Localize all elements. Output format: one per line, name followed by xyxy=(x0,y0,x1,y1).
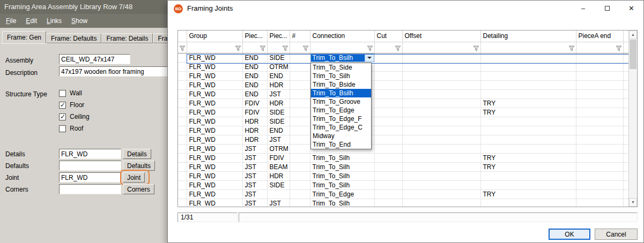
filter-icon[interactable] xyxy=(260,45,266,51)
menu-item-links[interactable]: Links xyxy=(42,14,66,28)
column-header[interactable]: Piec... xyxy=(267,31,290,42)
row-selector[interactable] xyxy=(178,162,187,171)
cell[interactable]: HDR xyxy=(267,98,290,108)
cell[interactable]: JST xyxy=(242,144,267,153)
cell[interactable] xyxy=(480,126,576,135)
cell[interactable]: FLR_WD xyxy=(187,199,242,207)
cell[interactable]: FLR_WD xyxy=(187,153,242,162)
table-row[interactable]: FLR_WDJSTFDIVTrim_To_SilhTRY xyxy=(178,153,630,162)
filter-icon[interactable] xyxy=(302,45,309,51)
row-selector[interactable] xyxy=(178,71,187,80)
cell[interactable]: END xyxy=(242,80,267,89)
filter-icon[interactable] xyxy=(179,45,186,51)
cell[interactable] xyxy=(290,189,310,199)
table-row[interactable]: FLR_WDJSTHDRTrim_To_Silh xyxy=(178,171,630,180)
cell[interactable]: HDR xyxy=(242,135,267,144)
scrollbar-thumb[interactable] xyxy=(630,40,636,69)
cell[interactable]: JST xyxy=(242,199,267,207)
cell[interactable] xyxy=(480,135,576,144)
filter-icon[interactable] xyxy=(235,45,241,51)
checkbox-row-wall[interactable]: Wall xyxy=(59,87,90,99)
row-selector[interactable] xyxy=(178,171,187,180)
tab-frame-defaults[interactable]: Frame: Defaults xyxy=(46,33,101,43)
table-row[interactable]: FLR_WDENDSIDE Trim_To_Bsilh xyxy=(178,53,630,62)
dropdown-item[interactable]: Trim_To_Groove xyxy=(311,97,371,106)
cell[interactable]: END xyxy=(267,71,290,80)
cell[interactable]: Trim_To_Silh xyxy=(310,171,374,180)
table-row[interactable]: FLR_WDENDHDR xyxy=(178,80,630,89)
row-selector[interactable] xyxy=(178,62,187,71)
table-row[interactable]: FLR_WDJSTBEAMTrim_To_SilhTRY xyxy=(178,162,630,171)
cell[interactable]: JST xyxy=(242,189,267,199)
checkbox-row-floor[interactable]: Floor xyxy=(59,99,90,111)
dropdown-item[interactable]: Trim_To_End xyxy=(311,140,371,149)
wall-checkbox[interactable] xyxy=(59,90,66,97)
tab-frame-gen[interactable]: Frame: Gen xyxy=(2,31,46,43)
cell[interactable]: FDIV xyxy=(242,108,267,117)
cell[interactable]: SIDE xyxy=(267,180,290,189)
cell[interactable] xyxy=(576,162,623,171)
cell[interactable]: FLR_WD xyxy=(187,80,242,89)
cell[interactable]: Trim_To_Silh xyxy=(310,153,374,162)
cancel-button[interactable]: Cancel xyxy=(595,229,638,240)
cell[interactable]: JST xyxy=(242,171,267,180)
row-selector[interactable] xyxy=(178,135,187,144)
cell[interactable]: Trim_To_Silh xyxy=(310,180,374,189)
cell[interactable] xyxy=(374,189,402,199)
cell[interactable] xyxy=(576,80,623,89)
connection-combobox[interactable]: Trim_To_Bsilh xyxy=(310,54,374,62)
dropdown-item[interactable]: Trim_To_Edge_C xyxy=(311,123,371,132)
cell[interactable] xyxy=(402,53,480,62)
cell[interactable] xyxy=(402,144,480,153)
cell[interactable] xyxy=(290,108,310,117)
dropdown-item[interactable]: Trim_To_Edge xyxy=(311,106,371,115)
cell[interactable] xyxy=(374,53,402,62)
cell[interactable] xyxy=(290,153,310,162)
cell[interactable] xyxy=(290,80,310,89)
cell[interactable] xyxy=(576,199,623,207)
table-row[interactable]: FLR_WDHDRJST xyxy=(178,135,630,144)
checkbox-row-roof[interactable]: Roof xyxy=(59,123,90,134)
cell[interactable] xyxy=(576,89,623,98)
cell[interactable] xyxy=(402,153,480,162)
details-field[interactable] xyxy=(59,149,121,159)
cell[interactable]: JST xyxy=(267,135,290,144)
checkbox-row-ceiling[interactable]: Ceiling xyxy=(59,111,90,123)
cell[interactable]: Trim_To_Silh xyxy=(310,199,374,207)
cell[interactable] xyxy=(576,108,623,117)
cell[interactable]: FLR_WD xyxy=(187,171,242,180)
cell[interactable] xyxy=(290,89,310,98)
menu-item-edit[interactable]: Edit xyxy=(21,14,42,28)
joint-button[interactable]: Joint xyxy=(123,172,145,183)
filter-icon[interactable] xyxy=(473,45,479,51)
cell[interactable] xyxy=(402,108,480,117)
cell[interactable] xyxy=(480,171,576,180)
dropdown-item[interactable]: Midway xyxy=(311,132,371,140)
menu-item-file[interactable]: File xyxy=(1,14,21,28)
cell[interactable] xyxy=(576,53,623,62)
close-button[interactable]: ✕ xyxy=(619,1,643,17)
cell[interactable]: HDR xyxy=(267,171,290,180)
cell[interactable] xyxy=(480,80,576,89)
cell[interactable] xyxy=(480,71,576,80)
cell[interactable] xyxy=(290,162,310,171)
cell[interactable] xyxy=(576,171,623,180)
cell[interactable] xyxy=(290,135,310,144)
corners-button[interactable]: Corners xyxy=(123,184,154,194)
corners-field[interactable] xyxy=(59,184,121,194)
cell[interactable] xyxy=(374,199,402,207)
cell[interactable] xyxy=(290,117,310,126)
cell[interactable] xyxy=(374,162,402,171)
cell[interactable]: FLR_WD xyxy=(187,108,242,117)
column-header[interactable]: Cut xyxy=(374,31,402,42)
cell[interactable] xyxy=(374,171,402,180)
column-header[interactable]: # xyxy=(290,31,310,42)
ceiling-checkbox[interactable] xyxy=(59,113,66,120)
cell[interactable] xyxy=(290,171,310,180)
cell[interactable]: END xyxy=(267,126,290,135)
row-selector[interactable] xyxy=(178,80,187,89)
cell[interactable]: FDIV xyxy=(242,98,267,108)
dropdown-item[interactable]: Trim_To_Bsilh xyxy=(311,89,371,97)
cell[interactable]: HDR xyxy=(267,80,290,89)
row-selector[interactable] xyxy=(178,144,187,153)
